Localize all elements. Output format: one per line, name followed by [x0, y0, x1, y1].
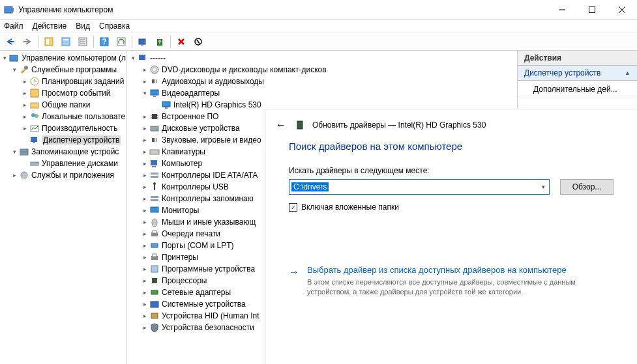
menu-view[interactable]: Вид: [76, 21, 90, 31]
twisty-closed-icon[interactable]: ▸: [141, 312, 149, 320]
tree-services-apps[interactable]: ▸Службы и приложения: [0, 169, 126, 181]
minimize-button[interactable]: [547, 0, 577, 20]
device-label: Мыши и иные указывающ: [162, 217, 256, 227]
svg-rect-38: [20, 152, 28, 155]
twisty-expanded-icon[interactable]: ▾: [10, 66, 18, 74]
twisty-closed-icon[interactable]: ▸: [141, 277, 149, 285]
driver-path-combo[interactable]: C:\drivers ▾: [289, 179, 550, 195]
tree-disk-management[interactable]: Управление дисками: [0, 158, 126, 169]
device-label: Процессоры: [162, 276, 207, 285]
device-category[interactable]: ▸Аудиовходы и аудиовыходы: [126, 76, 517, 87]
twisty-closed-icon[interactable]: ▸: [141, 113, 149, 120]
twisty-closed-icon[interactable]: ▸: [141, 230, 149, 238]
properties-button[interactable]: [58, 35, 74, 49]
twisty-expanded-icon[interactable]: ▾: [129, 54, 137, 62]
device-label: Очереди печати: [162, 229, 220, 238]
nav-back-button[interactable]: [3, 35, 18, 49]
disable-button[interactable]: [190, 35, 206, 49]
svg-rect-78: [297, 121, 303, 129]
tree-system-tools[interactable]: ▾ Служебные программы: [0, 64, 126, 76]
pick-from-list-description: В этом списке перечисляются все доступны…: [307, 277, 614, 297]
svg-rect-31: [31, 103, 38, 108]
twisty-collapsed-icon[interactable]: ▸: [21, 101, 29, 109]
twisty-closed-icon[interactable]: ▸: [141, 265, 149, 273]
svg-rect-77: [151, 313, 158, 318]
tree-shared-folders[interactable]: ▸Общие папки: [0, 99, 126, 111]
pick-from-list-link[interactable]: → Выбрать драйвер из списка доступных др…: [289, 265, 614, 297]
disc-icon: [149, 64, 160, 75]
chevron-down-icon[interactable]: ▾: [542, 184, 545, 190]
dialog-heading: Поиск драйверов на этом компьютере: [289, 141, 614, 152]
help-button[interactable]: ?: [96, 35, 112, 49]
device-category[interactable]: ▸DVD-дисководы и дисководы компакт-диско…: [126, 64, 517, 76]
twisty-closed-icon[interactable]: ▸: [141, 242, 149, 249]
device-label: Порты (COM и LPT): [162, 241, 234, 250]
tree-local-users[interactable]: ▸Локальные пользовате: [0, 111, 126, 122]
storage-icon: [19, 147, 29, 157]
twisty-collapsed-icon[interactable]: ▸: [21, 77, 29, 85]
twisty-collapsed-icon[interactable]: ▸: [21, 113, 29, 120]
twisty-closed-icon[interactable]: ▸: [141, 171, 149, 179]
twisty-closed-icon[interactable]: ▸: [141, 206, 149, 214]
twisty-closed-icon[interactable]: ▸: [141, 124, 149, 132]
export-button[interactable]: [75, 35, 91, 49]
twisty-closed-icon[interactable]: ▸: [141, 195, 149, 203]
menu-help[interactable]: Справка: [99, 21, 130, 31]
uninstall-button[interactable]: [173, 35, 189, 49]
twisty-closed-icon[interactable]: ▸: [141, 66, 149, 74]
titlebar: Управление компьютером: [0, 0, 637, 20]
update-driver-dialog: ← Обновить драйверы — Intel(R) HD Graphi…: [265, 109, 637, 364]
device-label: Встроенное ПО: [162, 112, 218, 121]
users-icon: [29, 111, 40, 122]
twisty-closed-icon[interactable]: ▸: [141, 218, 149, 226]
tree-storage[interactable]: ▾Запоминающие устройс: [0, 146, 126, 158]
twisty-closed-icon[interactable]: ▸: [141, 253, 149, 261]
close-button[interactable]: [607, 0, 637, 20]
svg-rect-25: [10, 55, 18, 61]
maximize-button[interactable]: [577, 0, 607, 20]
twisty-closed-icon[interactable]: ▸: [141, 148, 149, 156]
menu-action[interactable]: Действие: [33, 21, 67, 31]
twisty-closed-icon[interactable]: ▸: [141, 160, 149, 167]
twisty-collapsed-icon[interactable]: ▸: [21, 124, 29, 132]
tree-performance[interactable]: ▸Производительность: [0, 122, 126, 134]
refresh-button[interactable]: [113, 35, 129, 49]
svg-rect-10: [62, 38, 70, 46]
show-hide-tree-button[interactable]: [41, 35, 57, 49]
device-category[interactable]: ▾Видеоадаптеры: [126, 87, 517, 99]
twisty-collapsed-icon[interactable]: ▸: [21, 89, 29, 97]
browse-button[interactable]: Обзор...: [560, 179, 614, 195]
svg-point-55: [156, 129, 158, 130]
twisty-open-icon[interactable]: ▾: [141, 89, 149, 97]
twisty-closed-icon[interactable]: ▸: [141, 77, 149, 85]
collapse-triangle-icon[interactable]: ▲: [625, 70, 630, 76]
dialog-back-button[interactable]: ←: [273, 117, 289, 133]
device-root[interactable]: ▾------: [126, 52, 517, 64]
tree-task-scheduler[interactable]: ▸Планировщик заданий: [0, 76, 126, 87]
twisty-closed-icon[interactable]: ▸: [141, 324, 149, 331]
tree-event-viewer[interactable]: ▸Просмотр событий: [0, 87, 126, 99]
window-title: Управление компьютером: [18, 5, 547, 14]
actions-section[interactable]: Диспетчер устройств ▲: [518, 66, 637, 81]
menu-file[interactable]: Файл: [4, 21, 23, 31]
nav-forward-button[interactable]: [20, 35, 35, 49]
svg-rect-35: [31, 137, 37, 142]
tree-device-manager[interactable]: Диспетчер устройств: [0, 134, 126, 146]
include-subfolders-checkbox[interactable]: ✓ Включая вложенные папки: [289, 203, 614, 212]
update-driver-button[interactable]: [152, 35, 168, 49]
twisty-expanded-icon[interactable]: ▾: [1, 54, 8, 62]
twisty-expanded-icon[interactable]: ▾: [10, 148, 18, 156]
tree-root-computer-mgmt[interactable]: ▾ Управление компьютером (л: [0, 52, 126, 64]
twisty-closed-icon[interactable]: ▸: [141, 300, 149, 308]
actions-more-actions[interactable]: Дополнительные дей...: [518, 81, 637, 98]
twisty-collapsed-icon[interactable]: ▸: [10, 171, 18, 179]
twisty-closed-icon[interactable]: ▸: [141, 288, 149, 296]
svg-rect-36: [33, 142, 35, 143]
left-nav-tree[interactable]: ▾ Управление компьютером (л ▾ Служебные …: [0, 51, 126, 364]
svg-rect-58: [151, 160, 157, 165]
twisty-closed-icon[interactable]: ▸: [141, 136, 149, 144]
svg-rect-48: [165, 107, 168, 109]
twisty-blank-icon: [21, 136, 29, 144]
scan-hardware-button[interactable]: [135, 35, 151, 49]
twisty-closed-icon[interactable]: ▸: [141, 183, 149, 191]
